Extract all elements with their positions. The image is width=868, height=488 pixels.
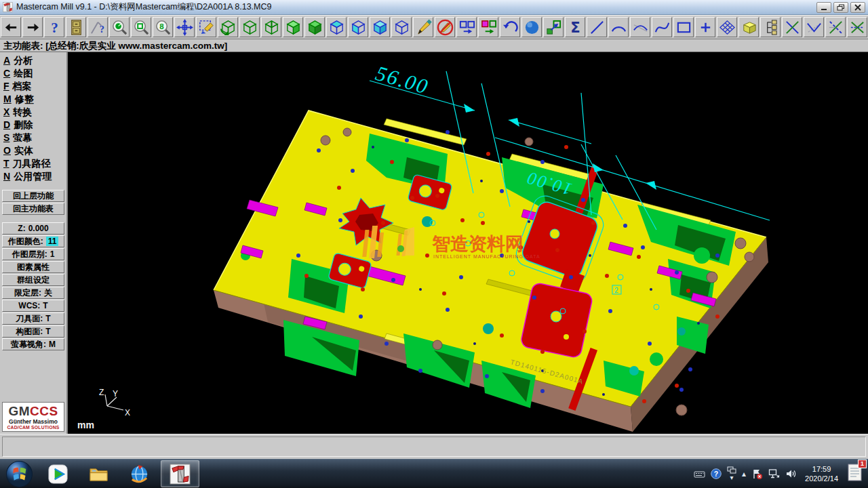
prompt-bar[interactable] [0, 434, 868, 459]
taskbar-file-explorer-button[interactable] [79, 460, 118, 487]
cplane-front-button[interactable] [348, 17, 368, 37]
status-label: 作图颜色: [8, 236, 43, 247]
main-toolbar: ??8Σ [0, 15, 868, 39]
taskbar-clock[interactable]: 17:59 2020/2/14 [805, 464, 838, 484]
action-center-flag-icon[interactable] [751, 468, 763, 480]
sidebar-status-button-4[interactable]: 群组设定 [2, 274, 64, 286]
forward-button[interactable] [22, 17, 43, 37]
help-tray-icon[interactable]: ? [711, 468, 722, 479]
sidebar-nav-button-1[interactable]: 回主功能表 [2, 203, 64, 215]
menu-label: 转换 [13, 106, 32, 117]
trim-two-button[interactable] [804, 17, 824, 37]
sidebar-status-button-5[interactable]: 限定层:关 [2, 287, 64, 299]
minimize-button[interactable] [816, 2, 831, 13]
spline-button[interactable] [652, 17, 672, 37]
sidebar-status-button-0[interactable]: Z:0.000 [2, 222, 64, 235]
status-value: T [45, 327, 50, 336]
trim-divide-button[interactable] [847, 17, 867, 37]
shade-full-button[interactable] [304, 17, 325, 37]
sidebar-status-button-7[interactable]: 刀具面:T [2, 312, 64, 325]
menu-label: 修整 [15, 94, 34, 104]
marker-label: 2 [614, 287, 618, 294]
shade-partial-button[interactable] [283, 17, 303, 37]
pan-fit-button[interactable] [174, 17, 195, 37]
trim-three-button[interactable] [825, 17, 846, 37]
svg-text:8: 8 [159, 22, 164, 30]
point-button[interactable] [695, 17, 715, 37]
zoom-scale-button[interactable]: 8 [153, 17, 173, 37]
graphics-viewport[interactable]: 56.00 10.00 2 TD140115-D2A001A 智造资料网 INT… [68, 52, 868, 434]
cplane-front-icon [350, 19, 367, 36]
prompt-input-area[interactable] [2, 436, 866, 457]
export-copy-icon [545, 19, 562, 36]
show-hidden-icons[interactable]: ▴ [742, 470, 746, 478]
levels-button[interactable] [760, 17, 781, 37]
sigma-button[interactable]: Σ [565, 17, 585, 37]
repaint-button[interactable] [196, 17, 216, 37]
taskbar-media-player-button[interactable] [39, 460, 77, 487]
notes-icon[interactable]: 1 [847, 463, 863, 485]
sidebar-item-o[interactable]: O实体 [0, 144, 66, 157]
window-popup-icon[interactable]: ▾ [727, 466, 736, 481]
sidebar-status-button-8[interactable]: 构图面:T [2, 325, 64, 338]
cplane-solid-button[interactable] [370, 17, 390, 37]
cplane-top-button[interactable] [326, 17, 347, 37]
back-button[interactable] [1, 17, 21, 37]
taskbar-mastercam-button[interactable] [161, 460, 199, 487]
surface-patch-icon [719, 19, 736, 36]
taskbar-browser-button[interactable] [120, 460, 159, 487]
cplane-wire-button[interactable] [391, 17, 412, 37]
sidebar-status-button-1[interactable]: 作图颜色:11 [2, 235, 64, 247]
file-cabinet-button[interactable] [66, 17, 86, 37]
copy-button[interactable] [456, 17, 477, 37]
help-icon: ? [46, 19, 63, 36]
sidebar-item-s[interactable]: S萤幕 [0, 131, 66, 144]
copy-attributes-button[interactable] [478, 17, 498, 37]
arc-button[interactable] [608, 17, 629, 37]
pencil-button[interactable] [413, 17, 433, 37]
rectangle-button[interactable] [673, 17, 694, 37]
sidebar-status-button-2[interactable]: 作图层别:1 [2, 248, 64, 260]
sidebar-item-t[interactable]: T刀具路径 [0, 157, 66, 170]
sidebar-status-button-3[interactable]: 图素属性 [2, 261, 64, 273]
taskbar-start-button[interactable] [2, 460, 36, 488]
trim-two-icon [806, 19, 823, 36]
surface-patch-button[interactable] [717, 17, 737, 37]
zoom-icon [111, 19, 128, 36]
menu-label: 绘图 [14, 68, 33, 79]
sketch-analyze-button[interactable]: ? [87, 17, 108, 37]
sidebar-nav-button-0[interactable]: 回上层功能 [2, 190, 64, 202]
trim-cross-button[interactable] [630, 17, 650, 37]
trim-one-button[interactable] [782, 17, 802, 37]
undo-button[interactable] [500, 17, 520, 37]
network-icon[interactable] [768, 468, 780, 479]
export-copy-button[interactable] [543, 17, 564, 37]
sidebar-item-x[interactable]: X转换 [0, 106, 66, 119]
sidebar-item-a[interactable]: A分析 [0, 54, 66, 67]
zoom-button[interactable] [109, 17, 130, 37]
sidebar-status-button-9[interactable]: 萤幕视角:M [2, 338, 64, 350]
line-button[interactable] [587, 17, 607, 37]
solid-box-button[interactable] [738, 17, 759, 37]
rotate-view-button[interactable] [218, 17, 238, 37]
sidebar-status-button-6[interactable]: WCS:T [2, 300, 64, 312]
sidebar-item-f[interactable]: F档案 [0, 80, 66, 93]
sidebar-item-m[interactable]: M修整 [0, 93, 66, 106]
restore-button[interactable] [833, 2, 848, 13]
pencil-off-button[interactable] [435, 17, 455, 37]
keyboard-icon[interactable] [694, 469, 705, 479]
back-icon [3, 19, 20, 36]
iso-view-button[interactable] [239, 17, 260, 37]
shade-partial-icon [285, 19, 302, 36]
sidebar-item-d[interactable]: D删除 [0, 119, 66, 131]
iso-view-2-button[interactable] [261, 17, 281, 37]
help-button[interactable]: ? [44, 17, 64, 37]
close-button[interactable] [850, 2, 865, 13]
sphere-button[interactable] [521, 17, 542, 37]
volume-icon[interactable] [785, 468, 797, 479]
sidebar-item-c[interactable]: C绘图 [0, 67, 66, 80]
levels-icon [762, 19, 779, 36]
sidebar-item-n[interactable]: N公用管理 [0, 170, 66, 183]
units-label: mm [77, 420, 94, 430]
zoom-window-button[interactable] [131, 17, 151, 37]
